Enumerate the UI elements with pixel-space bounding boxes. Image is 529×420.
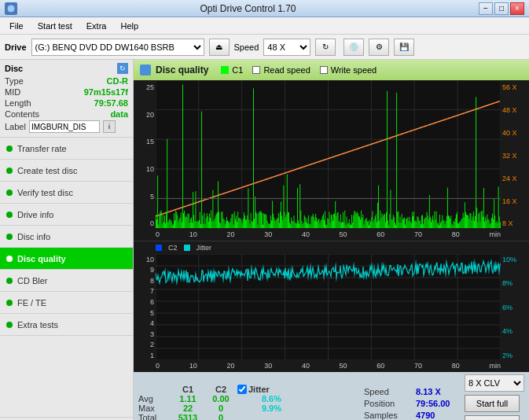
position-value: 79:56.00	[416, 399, 455, 408]
mid-label: MID	[5, 87, 20, 97]
maximize-button[interactable]: □	[494, 2, 509, 15]
type-value: CD-R	[107, 76, 129, 86]
x2-20: 20	[226, 362, 234, 370]
chart1-y-left: 25 20 15 10 5 0	[134, 80, 156, 228]
y2-6: 6	[135, 298, 154, 306]
speed-select[interactable]: 48 X	[263, 39, 310, 56]
nav-cd-bler[interactable]: CD Bler	[0, 270, 133, 292]
refresh-button[interactable]: ↻	[315, 39, 336, 56]
clv-select[interactable]: 8 X CLV	[465, 374, 524, 392]
chart1-canvas	[156, 80, 501, 228]
total-c2: 0	[204, 413, 237, 420]
close-button[interactable]: ×	[510, 2, 524, 15]
avg-c2: 0.00	[204, 394, 237, 403]
x1-70: 70	[414, 230, 422, 238]
minimize-button[interactable]: −	[479, 2, 493, 15]
chart1-inner: 25 20 15 10 5 0 56 X 48 X	[134, 80, 529, 228]
y1r-32: 32 X	[502, 152, 527, 160]
nav-label-drive-info: Drive info	[17, 210, 53, 219]
jitter-checkbox[interactable]	[237, 385, 247, 394]
y2r-8: 8%	[502, 279, 527, 287]
chart-legend: C1 Read speed Write speed	[221, 65, 377, 75]
length-label: Length	[5, 98, 31, 108]
settings-button[interactable]: ⚙	[369, 39, 389, 56]
total-label: Total	[138, 413, 171, 420]
nav-dot-extra-tests	[6, 322, 13, 328]
menu-bar: File Start test Extra Help	[0, 17, 529, 35]
stats-row1: C1 C2 Jitter Avg 1.11 0.00 8.6% Max 22	[134, 372, 529, 420]
x1-10: 10	[189, 230, 197, 238]
legend-c1-color	[221, 66, 229, 74]
app-icon	[5, 2, 17, 15]
chart2-container: C2 Jitter 10 9 8 7 6 5 4 3 2	[134, 241, 529, 373]
x1-80: 80	[452, 230, 460, 238]
y1r-40: 40 X	[502, 129, 527, 137]
nav-dot-transfer-rate	[6, 146, 13, 152]
chart2-svg-wrap	[156, 254, 501, 360]
menu-help[interactable]: Help	[114, 18, 145, 34]
y2-1: 1	[135, 352, 154, 359]
contents-value: data	[110, 109, 128, 119]
window-title: Opti Drive Control 1.70	[17, 3, 479, 14]
chart2-y-left: 10 9 8 7 6 5 4 3 2 1	[134, 254, 156, 360]
x2-70: 70	[414, 362, 422, 370]
speed-row: Speed 8.13 X	[364, 387, 455, 396]
nav-disc-quality[interactable]: Disc quality	[0, 248, 133, 270]
y1-label-0: 0	[135, 219, 154, 227]
legend-jitter-box	[184, 245, 190, 251]
samples-row: Samples 4790	[364, 411, 455, 420]
contents-label: Contents	[5, 109, 39, 119]
nav-drive-info[interactable]: Drive info	[0, 204, 133, 226]
x2-50: 50	[340, 362, 347, 370]
x1-min: min	[489, 230, 501, 238]
menu-start-test[interactable]: Start test	[31, 18, 79, 34]
start-part-button[interactable]: Start part	[465, 415, 520, 420]
y1-label-20: 20	[135, 111, 154, 119]
stats-table: C1 C2 Jitter Avg 1.11 0.00 8.6% Max 22	[138, 385, 281, 420]
position-label: Position	[364, 399, 411, 408]
x1-0: 0	[156, 230, 160, 238]
disc-icon-button[interactable]: 💿	[343, 39, 364, 56]
start-full-button[interactable]: Start full	[465, 395, 520, 412]
y1r-56: 56 X	[502, 83, 527, 91]
disc-label-input[interactable]	[29, 120, 100, 133]
y1r-24: 24 X	[502, 175, 527, 182]
nav-fe-te[interactable]: FE / TE	[0, 292, 133, 314]
nav-disc-info[interactable]: Disc info	[0, 226, 133, 248]
nav-dot-create-test-disc	[6, 168, 13, 174]
disc-refresh-button[interactable]: ↻	[117, 63, 128, 74]
stats-max-row: Max 22 0 9.9%	[138, 403, 281, 413]
nav-extra-tests[interactable]: Extra tests	[0, 314, 133, 336]
drive-select[interactable]: (G:) BENQ DVD DD DW1640 BSRB	[31, 39, 204, 56]
x2-30: 30	[264, 362, 272, 370]
y2-4: 4	[135, 319, 154, 327]
avg-jitter: 8.6%	[237, 394, 281, 403]
legend-read-label: Read speed	[263, 65, 310, 75]
menu-file[interactable]: File	[3, 18, 30, 34]
svg-point-0	[7, 5, 15, 13]
max-c1: 22	[171, 403, 204, 413]
save-button[interactable]: 💾	[394, 39, 414, 56]
chart1-container: 25 20 15 10 5 0 56 X 48 X	[134, 80, 529, 241]
label-info-button[interactable]: i	[103, 120, 116, 133]
y2-7: 7	[135, 287, 154, 295]
nav-label-fe-te: FE / TE	[17, 298, 46, 308]
speed-info-label: Speed	[364, 387, 411, 396]
status-window-button[interactable]: Status window >>	[0, 417, 133, 420]
x2-80: 80	[452, 362, 460, 370]
speed-info-section: Speed 8.13 X Position 79:56.00 Samples 4…	[364, 387, 455, 420]
nav-verify-test-disc[interactable]: Verify test disc	[0, 182, 133, 204]
disc-label-key: Label	[5, 122, 26, 131]
chart1-x-axis: 0 10 20 30 40 50 60 70 80 min	[134, 228, 529, 241]
y2-5: 5	[135, 309, 154, 317]
eject-button[interactable]: ⏏	[209, 39, 230, 56]
mid-value: 97m15s17f	[84, 87, 128, 97]
legend-c2-text: C2	[168, 244, 178, 252]
nav-create-test-disc[interactable]: Create test disc	[0, 160, 133, 182]
chart2-legend: C2 Jitter	[134, 241, 529, 254]
nav-transfer-rate[interactable]: Transfer rate	[0, 138, 133, 160]
stats-bar: C1 C2 Jitter Avg 1.11 0.00 8.6% Max 22	[134, 372, 529, 420]
max-jitter: 9.9%	[237, 403, 281, 413]
y2-8: 8	[135, 277, 154, 285]
menu-extra[interactable]: Extra	[80, 18, 113, 34]
